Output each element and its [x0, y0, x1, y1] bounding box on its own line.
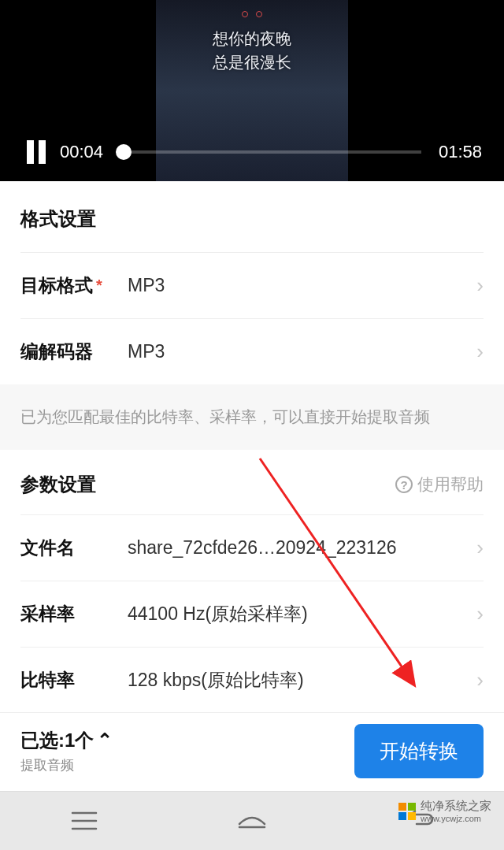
dot — [242, 11, 248, 17]
selected-count: 已选:1个 ⌃ — [20, 728, 113, 753]
home-button[interactable] — [233, 802, 271, 840]
row-label: 编解码器 — [20, 340, 128, 364]
lyrics: 想你的夜晚 总是很漫长 — [213, 27, 291, 74]
param-header: 参数设置 ? 使用帮助 — [0, 450, 504, 514]
bottom-bar: 已选:1个 ⌃ 提取音频 开始转换 — [0, 712, 504, 791]
lyrics-line: 想你的夜晚 — [213, 27, 291, 50]
selected-sub: 提取音频 — [20, 756, 113, 774]
section-title: 参数设置 — [20, 472, 96, 497]
param-section: 文件名 share_72cfde26…20924_223126 › 采样率 44… — [0, 514, 504, 713]
watermark-text: 纯净系统之家 www.ycwjz.com — [421, 799, 491, 823]
carousel-dots — [242, 11, 262, 17]
convert-button[interactable]: 开始转换 — [354, 724, 484, 778]
pause-button[interactable] — [27, 140, 47, 164]
row-codec[interactable]: 编解码器 MP3 › — [20, 318, 484, 384]
row-value: 128 kbps(原始比特率) — [128, 668, 476, 692]
help-link[interactable]: ? 使用帮助 — [395, 473, 484, 496]
row-value: share_72cfde26…20924_223126 — [128, 537, 476, 559]
row-label: 采样率 — [20, 602, 128, 626]
row-value: 44100 Hz(原始采样率) — [128, 602, 476, 626]
row-sample-rate[interactable]: 采样率 44100 Hz(原始采样率) › — [20, 581, 484, 647]
info-banner: 已为您匹配最佳的比特率、采样率，可以直接开始提取音频 — [0, 384, 504, 450]
lyrics-line: 总是很漫长 — [213, 50, 291, 74]
row-label: 文件名 — [20, 536, 128, 560]
chevron-right-icon: › — [476, 273, 484, 298]
row-label: 比特率 — [20, 668, 128, 692]
video-player: 想你的夜晚 总是很漫长 00:04 01:58 — [0, 0, 504, 181]
row-bitrate[interactable]: 比特率 128 kbps(原始比特率) › — [20, 647, 484, 713]
row-target-format[interactable]: 目标格式 * MP3 › — [20, 252, 484, 318]
row-value: MP3 — [128, 275, 476, 296]
row-label: 目标格式 * — [20, 273, 128, 298]
help-icon: ? — [395, 476, 413, 493]
chevron-right-icon: › — [476, 668, 484, 692]
row-value: MP3 — [128, 341, 476, 362]
chevron-right-icon: › — [476, 340, 484, 364]
chevron-up-icon: ⌃ — [97, 729, 113, 752]
player-controls: 00:04 01:58 — [0, 140, 504, 164]
chevron-right-icon: › — [476, 602, 484, 626]
section-title: 格式设置 — [20, 181, 484, 252]
current-time: 00:04 — [60, 142, 103, 162]
progress-bar[interactable] — [120, 150, 421, 154]
selected-info[interactable]: 已选:1个 ⌃ 提取音频 — [20, 728, 113, 774]
chevron-right-icon: › — [476, 536, 484, 560]
required-star: * — [96, 277, 102, 295]
watermark: 纯净系统之家 www.ycwjz.com — [398, 799, 491, 823]
dot — [256, 11, 262, 17]
menu-button[interactable] — [65, 802, 103, 840]
row-filename[interactable]: 文件名 share_72cfde26…20924_223126 › — [20, 514, 484, 581]
help-label: 使用帮助 — [417, 473, 484, 496]
watermark-logo-icon — [398, 803, 416, 820]
duration: 01:58 — [439, 142, 482, 162]
format-section: 格式设置 目标格式 * MP3 › 编解码器 MP3 › — [0, 181, 504, 384]
progress-thumb[interactable] — [116, 144, 132, 160]
